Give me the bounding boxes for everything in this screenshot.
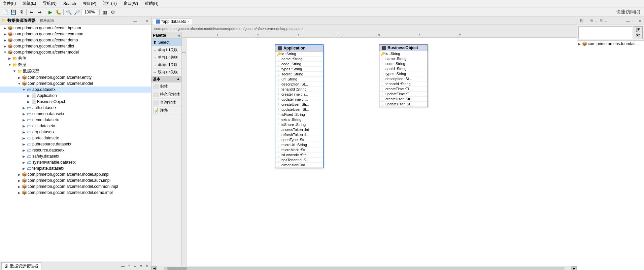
arrow-entity[interactable]: ▶ <box>17 76 22 79</box>
tree-item-common2[interactable]: ▶ 🗃 common.datasetx <box>0 111 151 117</box>
entity-field-app-microurl[interactable]: ⋮ microUrl :String <box>275 142 323 147</box>
tree-item-demo2[interactable]: ▶ 🗃 demo.datasetx <box>0 117 151 123</box>
entity-field-app-opentype[interactable]: ⋮ openType :Stri... <box>275 137 323 142</box>
entity-box-application[interactable]: ⬛ Application 🔑 id :String ⋮ name :Strin… <box>275 44 324 168</box>
arrow-app-entity[interactable]: ▶ <box>26 94 31 98</box>
left-bottom-maximize[interactable]: □ <box>126 264 132 269</box>
arrow-template[interactable]: ▶ <box>22 167 26 170</box>
entity-field-bo-appid[interactable]: ⋮ appId :String <box>379 66 428 71</box>
arrow-pubresource[interactable]: ▶ <box>22 142 26 146</box>
menu-edit[interactable]: 编辑(E) <box>21 0 37 7</box>
zoom-in-btn[interactable]: 🔍 <box>65 8 72 16</box>
arrow-construct[interactable]: ▶ <box>7 57 12 60</box>
tree-item-authimpl[interactable]: ▶ 📦 com.primeton.gocom.afcenter.model.au… <box>0 177 151 183</box>
entity-field-bo-types[interactable]: ⋮ types :String <box>379 71 428 76</box>
arrow-appdatasetx[interactable]: ▼ <box>22 88 26 92</box>
right-tab-1[interactable]: 构... <box>578 18 588 24</box>
tree-item-pubresource[interactable]: ▶ 🗃 pubresource.datasetx <box>0 141 151 147</box>
entity-field-app-types[interactable]: ⋮ types :String <box>275 67 323 72</box>
left-bottom-arrow-up[interactable]: ▲ <box>132 264 138 269</box>
tree-item-BusinessObject[interactable]: ▶ ⬜ BusinessObject <box>0 99 151 105</box>
tree-item-datamodel[interactable]: ▼ 📁 数据模型 <box>0 68 151 74</box>
menu-file[interactable]: 文件(F) <box>1 0 17 7</box>
entity-box-businessobject[interactable]: ⬛ BusinessObject 🔑 id :String ⋮ name :St… <box>379 44 428 107</box>
tree-item-entity[interactable]: ▶ 📦 com.primeton.gocom.afcenter.entity <box>0 74 151 80</box>
arrow-appimpl[interactable]: ▶ <box>17 173 22 176</box>
entity-field-bo-updatetime[interactable]: ⋮ updateTime :T... <box>379 92 428 97</box>
minimize-left-btn[interactable]: — <box>132 18 138 24</box>
menu-search[interactable]: Search <box>62 1 77 6</box>
tree-item-org[interactable]: ▶ 🗃 org.datasetx <box>0 129 151 135</box>
palette-select[interactable]: ⬆ Select <box>151 39 181 46</box>
tree-item-data[interactable]: ▼ 📂 数据 <box>0 62 151 68</box>
arrow-authimpl[interactable]: ▶ <box>17 179 22 182</box>
close-left-btn[interactable]: × <box>144 18 150 24</box>
entity-field-bo-code[interactable]: ⋮ code :String <box>379 61 428 66</box>
entity-field-app-name[interactable]: ⋮ name :String <box>275 57 323 62</box>
settings-btn[interactable]: ⚙ <box>109 8 116 16</box>
tab-app-datasetx[interactable]: *app.datasetx × <box>153 18 192 25</box>
tree-item-bps[interactable]: ▶ 📦 com.primeton.gocom.afcenter.bps.om <box>0 25 151 31</box>
arrow-model[interactable]: ▼ <box>3 50 7 54</box>
scroll-right-btn[interactable]: ▶ <box>571 266 577 270</box>
tree-item-model[interactable]: ▼ 📦 com.primeton.gocom.afcenter.model <box>0 49 151 55</box>
canvas-area[interactable]: ...1.... ...2.... ...3.... ...4.... ...5… <box>182 32 577 266</box>
forward-btn[interactable]: ➡ <box>36 8 43 16</box>
tree-item-demoimpl[interactable]: ▶ 📦 com.primeton.gocom.afcenter.model.de… <box>0 190 151 196</box>
entity-field-app-updateuser[interactable]: ⋮ updateUser :St... <box>275 107 323 112</box>
entity-field-bo-desc[interactable]: ⋮ description :St... <box>379 76 428 81</box>
h-scroll-track[interactable] <box>164 267 565 270</box>
entity-field-app-updatetime[interactable]: ⋮ updateTime :T... <box>275 97 323 102</box>
right-tree-arrow-1[interactable]: ▶ <box>577 42 582 46</box>
tree-item-Application[interactable]: ▶ ⬜ Application <box>0 93 151 99</box>
quick-access-btn[interactable]: 快速访问(J) <box>614 8 643 16</box>
right-tree-item-1[interactable]: ▶ 📦 com.primeton.eos.foundati... <box>577 41 644 47</box>
run-btn[interactable]: ▶ <box>46 8 54 16</box>
arrow-data[interactable]: ▼ <box>7 63 12 67</box>
arrow-portal[interactable]: ▶ <box>22 136 26 140</box>
scroll-left-btn[interactable]: ◀ <box>151 266 157 270</box>
menu-nav[interactable]: 导航(N) <box>41 0 58 7</box>
entity-field-bo-id[interactable]: 🔑 id :String <box>379 51 428 56</box>
palette-n-one-uni[interactable]: → 单向n:1关联 <box>151 61 181 69</box>
save-all-btn[interactable]: 🗄 <box>18 8 25 16</box>
entity-field-bo-createuser[interactable]: ⋮ createUser :Str... <box>379 97 428 102</box>
entity-field-bo-name[interactable]: ⋮ name :String <box>379 56 428 61</box>
tree-item-sysvar[interactable]: ▶ 🗃 systemvariable.datasetx <box>0 159 151 165</box>
entity-field-app-id[interactable]: 🔑 id :String <box>275 52 323 57</box>
entity-field-app-code[interactable]: ⋮ code :String <box>275 62 323 67</box>
new-btn[interactable]: 📄 <box>1 8 9 16</box>
right-minimize-btn[interactable]: — <box>625 18 631 24</box>
right-search-btn[interactable]: 搜索 <box>633 26 643 39</box>
canvas-inner[interactable]: ⬛ Application 🔑 id :String ⋮ name :Strin… <box>187 38 577 266</box>
h-scroll-thumb[interactable] <box>167 267 187 270</box>
menu-help[interactable]: 帮助(H) <box>143 0 160 7</box>
entity-field-app-islowcode[interactable]: ⋮ isLowcode :Str... <box>275 153 323 158</box>
entity-field-app-isfixed[interactable]: ⋮ isFixed :String <box>275 112 323 117</box>
tree-item-dict2[interactable]: ▶ 🗃 dict.datasetx <box>0 123 151 129</box>
right-tab-2[interactable]: 业... <box>588 18 598 24</box>
tree-item-commonimpl[interactable]: ▶ 📦 com.primeton.gocom.afcenter.model.co… <box>0 183 151 190</box>
right-tab-3[interactable]: 组... <box>599 18 608 24</box>
arrow-commonimpl[interactable]: ▶ <box>17 185 22 189</box>
arrow-safety[interactable]: ▶ <box>22 155 26 158</box>
tree-item-construct[interactable]: ▶ 📂 构件 <box>0 55 151 62</box>
tree-item-common[interactable]: ▶ 📦 com.primeton.gocom.afcenter.common <box>0 31 151 37</box>
grid-btn[interactable]: ▦ <box>101 8 108 16</box>
arrow-demoimpl[interactable]: ▶ <box>17 191 22 195</box>
palette-query-entity[interactable]: ⬜ 查询实体 <box>151 99 181 107</box>
bottom-tab-data-resources[interactable]: 🗄 数据资源管理器 <box>1 262 41 270</box>
save-btn[interactable]: 💾 <box>9 8 17 16</box>
entity-field-app-isshare[interactable]: ⋮ isShare :String <box>275 122 323 127</box>
palette-comment[interactable]: 📝 注释 <box>151 107 181 115</box>
palette-collapse-icon[interactable]: ◀ <box>177 34 180 37</box>
tree-item-auth[interactable]: ▶ 🗃 auth.datasetx <box>0 105 151 111</box>
right-search-input[interactable] <box>578 26 632 39</box>
palette-entity[interactable]: ⬜ 实体 <box>151 82 181 91</box>
entity-field-bo-createtime[interactable]: ⋮ createTime :Ti... <box>379 87 428 92</box>
entity-field-app-secret[interactable]: ⋮ secret :String <box>275 72 323 77</box>
entity-field-app-extra[interactable]: ⋮ extra :String <box>275 117 323 122</box>
arrow-dict[interactable]: ▶ <box>3 44 7 48</box>
entity-field-app-bpstenantid[interactable]: ⋮ bpsTenantId :S... <box>275 158 323 163</box>
tree-item-portal[interactable]: ▶ 🗃 portal.datasetx <box>0 135 151 141</box>
